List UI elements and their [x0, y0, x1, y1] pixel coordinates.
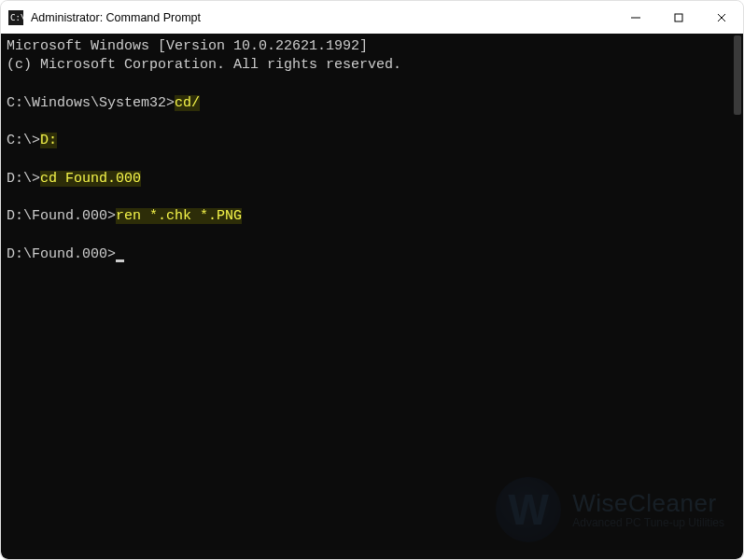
watermark-tagline: Advanced PC Tune-up Utilities — [572, 517, 724, 529]
minimize-button[interactable] — [614, 1, 657, 34]
watermark: W WiseCleaner Advanced PC Tune-up Utilit… — [496, 477, 724, 542]
watermark-logo: W — [496, 477, 561, 542]
close-button[interactable] — [700, 1, 743, 34]
watermark-brand: WiseCleaner — [572, 490, 724, 517]
current-prompt-line: D:\Found.000> — [7, 245, 737, 264]
scrollbar-thumb[interactable] — [734, 35, 741, 115]
command-text: cd/ — [175, 95, 200, 111]
blank-line — [7, 76, 737, 94]
window-controls — [614, 1, 743, 34]
cursor — [116, 259, 124, 262]
command-text: D: — [40, 133, 57, 148]
cmd-line: D:\Found.000>ren *.chk *.PNG — [7, 207, 737, 226]
cmd-line: C:\>D: — [7, 132, 737, 150]
command-text: cd Found.000 — [40, 171, 141, 187]
cmd-icon: C:\ — [8, 10, 23, 25]
window-title: Administrator: Command Prompt — [31, 11, 614, 24]
cmd-line: C:\Windows\System32>cd/ — [7, 94, 737, 113]
version-line: Microsoft Windows [Version 10.0.22621.19… — [7, 37, 737, 56]
blank-line — [7, 189, 737, 207]
prompt: C:\> — [7, 133, 40, 148]
prompt: D:\Found.000> — [7, 208, 116, 224]
current-prompt: D:\Found.000> — [7, 246, 116, 262]
maximize-button[interactable] — [657, 1, 700, 34]
svg-text:C:\: C:\ — [10, 13, 23, 22]
cmd-line: D:\>cd Found.000 — [7, 170, 737, 189]
blank-line — [7, 151, 737, 170]
titlebar: C:\ Administrator: Command Prompt — [1, 1, 743, 34]
blank-line — [7, 227, 737, 245]
copyright-line: (c) Microsoft Corporation. All rights re… — [7, 56, 737, 75]
command-text: ren *.chk *.PNG — [116, 208, 242, 224]
terminal-area[interactable]: Microsoft Windows [Version 10.0.22621.19… — [1, 34, 743, 559]
blank-line — [7, 113, 737, 132]
prompt: C:\Windows\System32> — [7, 95, 175, 111]
svg-rect-3 — [675, 14, 682, 21]
prompt: D:\> — [7, 171, 40, 187]
watermark-text: WiseCleaner Advanced PC Tune-up Utilitie… — [572, 490, 724, 529]
